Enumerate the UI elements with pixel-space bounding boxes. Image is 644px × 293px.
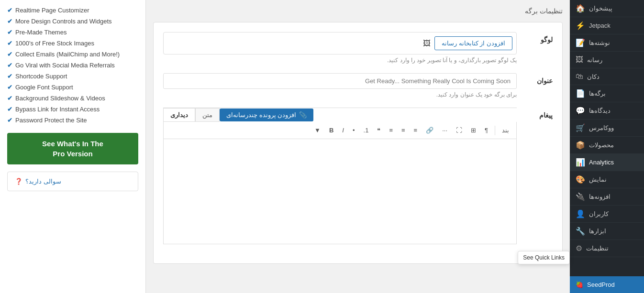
seedprod-icon: 🍓: [576, 281, 583, 288]
sidebar-item-analytics[interactable]: Analytics📊: [570, 154, 644, 171]
sidebar-label: برگه‌ها: [589, 90, 606, 97]
check-icon: ✔: [7, 7, 12, 14]
title-row: عنوان برای برگه خود یک عنوان وارد کنید.: [163, 73, 553, 98]
title-input[interactable]: [163, 73, 517, 89]
sidebar-item-posts[interactable]: نوشته‌ها📝: [570, 34, 644, 52]
feature-label: Shortcode Support: [15, 73, 67, 80]
sidebar-label: تنظیمات: [586, 245, 609, 252]
logo-field-content: افزودن از کتابخانه رسانه 🖼 یک لوگو تصویر…: [163, 32, 517, 64]
more-btn[interactable]: ···: [439, 125, 451, 136]
sidebar-item-appearance[interactable]: نمایش🎨: [570, 171, 644, 188]
feature-item-realtime: ✔Realtime Page Customizer: [7, 5, 138, 16]
quick-links-label: See Quick Links: [523, 254, 565, 261]
sidebar-item-jetpack[interactable]: Jetpack⚡: [570, 17, 644, 34]
settings-icon: ⚙: [576, 244, 582, 253]
feature-label: 1000's of Free Stock Images: [15, 40, 94, 47]
sidebar-item-inbox[interactable]: پیشخوان🏠: [570, 0, 644, 17]
bold-btn[interactable]: B: [326, 125, 337, 136]
sidebar-item-comments[interactable]: دیدگاه‌ها💬: [570, 102, 644, 119]
comments-icon: 💬: [576, 106, 585, 115]
sidebar-item-woocommerce[interactable]: ووکامرس🛒: [570, 119, 644, 137]
feature-label: Bypass Link for Instant Access: [15, 106, 100, 113]
paragraph-btn[interactable]: ¶: [481, 125, 491, 136]
check-icon: ✔: [7, 18, 12, 25]
quick-links-badge: See Quick Links: [518, 251, 570, 264]
left-panel: ✔Realtime Page Customizer✔More Design Co…: [0, 0, 146, 293]
sidebar-label: پیشخوان: [589, 5, 612, 12]
dropdown-btn[interactable]: ▼: [311, 125, 324, 136]
add-media-button[interactable]: افزودن از کتابخانه رسانه: [434, 36, 512, 50]
feature-label: Realtime Page Customizer: [15, 7, 89, 14]
media-icon: 📎: [299, 111, 307, 119]
feature-label: Go Viral with Social Media Referrals: [15, 62, 115, 69]
tab-visual[interactable]: دیداری: [163, 108, 195, 121]
ul-btn[interactable]: •: [349, 125, 358, 136]
logo-upload-area: افزودن از کتابخانه رسانه 🖼: [163, 32, 517, 54]
sidebar-label: کاربران: [589, 210, 609, 217]
pro-button-line2: Pro Version: [53, 150, 92, 158]
italic-btn[interactable]: I: [339, 125, 347, 136]
pro-version-button[interactable]: See What's In The Pro Version: [7, 133, 138, 164]
settings-card: لوگو افزودن از کتابخانه رسانه 🖼 یک لوگو …: [153, 22, 563, 264]
tab-text[interactable]: متن: [195, 108, 220, 121]
logo-label: لوگو: [524, 32, 553, 43]
sidebar-label: دیدگاه‌ها: [589, 107, 611, 114]
feature-label: Password Protect the Site: [15, 117, 87, 124]
plugins-icon: 🔌: [576, 192, 585, 201]
sidebar-label: نوشته‌ها: [589, 39, 610, 46]
feature-item-viral: ✔Go Viral with Social Media Referrals: [7, 60, 138, 71]
sidebar-label: Analytics: [589, 159, 614, 166]
add-media-btn[interactable]: 📎 افزودن پرونده‌ چندرسانه‌ای: [220, 109, 313, 121]
seedprod-bar[interactable]: SeedProd 🍓: [570, 276, 644, 293]
feature-item-design: ✔More Design Controls and Widgets: [7, 16, 138, 27]
check-icon: ✔: [7, 29, 12, 36]
feature-item-password: ✔Password Protect the Site: [7, 115, 138, 126]
sidebar-item-products[interactable]: محصولات📦: [570, 137, 644, 154]
sidebar-item-pages[interactable]: برگه‌ها📄: [570, 85, 644, 102]
logo-hint: یک لوگو تصویر بارگذاری، و یا آنا تصویر خ…: [163, 57, 517, 64]
sidebar-item-tools[interactable]: ابزارها🔧: [570, 223, 644, 240]
link-btn[interactable]: 🔗: [422, 125, 437, 136]
image-icon[interactable]: 🖼: [423, 39, 431, 48]
features-list: ✔Realtime Page Customizer✔More Design Co…: [7, 5, 138, 126]
jetpack-icon: ⚡: [576, 21, 585, 30]
feature-item-bypass: ✔Bypass Link for Instant Access: [7, 104, 138, 115]
check-icon: ✔: [7, 117, 12, 124]
check-icon: ✔: [7, 62, 12, 69]
feature-label: More Design Controls and Widgets: [15, 18, 112, 25]
align-right-btn[interactable]: ≡: [386, 125, 396, 136]
sidebar-item-plugins[interactable]: افزونه‌ها🔌: [570, 188, 644, 206]
question-link[interactable]: سوالی دارید؟: [25, 178, 61, 185]
align-left-btn[interactable]: ≡: [411, 125, 421, 136]
table-btn[interactable]: ⊞: [467, 125, 479, 136]
align-center-btn[interactable]: ≡: [398, 125, 409, 136]
sidebar-item-media[interactable]: رسانه🖼: [570, 52, 644, 68]
feature-item-shortcode: ✔Shortcode Support: [7, 71, 138, 82]
sidebar-item-settings[interactable]: تنظیمات⚙: [570, 240, 644, 257]
sidebar-item-shop[interactable]: دکان🛍: [570, 68, 644, 85]
blockquote-btn[interactable]: ❝: [374, 125, 384, 136]
sidebar-label: Jetpack: [589, 22, 611, 29]
sidebar-item-users[interactable]: کاربران👤: [570, 206, 644, 223]
seedprod-label: SeedProd: [587, 281, 615, 288]
feature-item-emails: ✔Collect Emails (MailChimp and More!): [7, 49, 138, 60]
media-btn-label: افزودن پرونده‌ چندرسانه‌ای: [226, 111, 296, 119]
fullscreen-btn[interactable]: ⛶: [453, 125, 466, 136]
sidebar-label: محصولات: [589, 141, 614, 149]
posts-icon: 📝: [576, 38, 585, 47]
shop-icon: 🛍: [576, 72, 583, 81]
sidebar-label: ابزارها: [589, 228, 606, 235]
sidebar-label: نمایش: [589, 176, 607, 183]
title-field-content: برای برگه خود یک عنوان وارد کنید.: [163, 73, 517, 98]
toolbar-divider-1: [495, 126, 495, 135]
close-btn[interactable]: بند: [499, 125, 512, 136]
sidebar-label: رسانه: [587, 56, 602, 64]
ol-btn[interactable]: 1.: [360, 125, 372, 136]
page-title: تنظیمات برگه: [153, 7, 563, 15]
message-label: پیغام: [524, 108, 553, 119]
check-icon: ✔: [7, 51, 12, 58]
editor-body[interactable]: [163, 139, 517, 244]
users-icon: 👤: [576, 209, 585, 218]
editor-tabs-row: 📎 افزودن پرونده‌ چندرسانه‌ای دیداری متن: [163, 108, 517, 122]
tools-icon: 🔧: [576, 227, 585, 236]
